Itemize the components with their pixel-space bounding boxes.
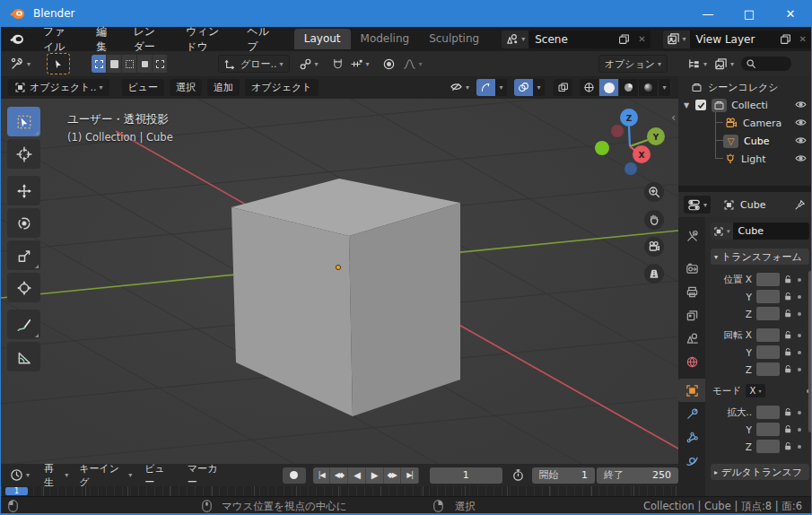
animate-dot[interactable] bbox=[798, 445, 801, 449]
viewport-3d[interactable]: ユーザー・透視投影 (1) Collection | Cube Z Y X bbox=[1, 99, 678, 464]
scene-name-field[interactable]: Scene bbox=[528, 31, 615, 48]
tab-scene[interactable] bbox=[678, 327, 705, 350]
proportional-editing-toggle[interactable] bbox=[382, 57, 396, 71]
tool-annotate-button[interactable] bbox=[7, 310, 40, 339]
properties-scrollbar[interactable] bbox=[808, 271, 812, 432]
tab-physics[interactable] bbox=[678, 449, 705, 472]
scale-y-field[interactable] bbox=[756, 423, 780, 436]
tab-view-layer[interactable] bbox=[678, 303, 705, 327]
animate-dot[interactable] bbox=[798, 368, 801, 371]
animate-dot[interactable] bbox=[798, 351, 801, 354]
eye-icon[interactable] bbox=[795, 118, 807, 129]
eye-icon[interactable] bbox=[795, 135, 807, 147]
collection-checkbox[interactable] bbox=[695, 100, 706, 110]
light-row[interactable]: Light bbox=[678, 150, 812, 168]
location-z-field[interactable] bbox=[756, 307, 780, 320]
shading-material-button[interactable] bbox=[619, 79, 639, 96]
frame-end-field[interactable]: 終了250 bbox=[597, 467, 678, 484]
gizmos-dropdown[interactable]: ▾ bbox=[495, 79, 507, 96]
scene-unlink-button[interactable]: ✕ bbox=[633, 31, 650, 48]
select-mode-set[interactable] bbox=[92, 55, 107, 73]
close-button[interactable]: ✕ bbox=[770, 0, 811, 27]
scale-z-field[interactable] bbox=[756, 440, 780, 453]
collection-row[interactable]: ▼ Collecti bbox=[678, 96, 812, 114]
animate-dot[interactable] bbox=[798, 428, 801, 432]
scene-browse-button[interactable]: ▾ bbox=[502, 31, 528, 48]
eye-icon[interactable] bbox=[795, 100, 807, 111]
shading-rendered-button[interactable] bbox=[639, 79, 659, 96]
keying-menu[interactable]: キーイング▾ bbox=[79, 462, 132, 489]
select-mode-invert[interactable] bbox=[137, 55, 153, 73]
view-layer-browse-button[interactable]: ▾ bbox=[663, 31, 690, 48]
lock-icon[interactable] bbox=[783, 424, 793, 434]
sidebar-collapse-arrow[interactable]: ‹ bbox=[671, 111, 676, 124]
view-layer-name-field[interactable]: View Layer bbox=[690, 31, 776, 48]
current-frame-marker[interactable]: 1 bbox=[5, 487, 28, 495]
overlays-dropdown[interactable]: ▾ bbox=[533, 79, 545, 96]
tab-layout[interactable]: Layout bbox=[294, 29, 351, 49]
tab-render[interactable] bbox=[678, 257, 705, 280]
playback-menu[interactable]: 再生▾ bbox=[44, 462, 68, 489]
use-preview-range-toggle[interactable] bbox=[511, 468, 525, 482]
tool-settings-editor-button[interactable]: ▾ bbox=[10, 57, 31, 71]
location-y-field[interactable] bbox=[756, 290, 780, 303]
scene-new-button[interactable] bbox=[615, 31, 633, 48]
next-keyframe-button[interactable]: ◆▶ bbox=[384, 467, 402, 484]
select-mode-extend[interactable] bbox=[107, 55, 122, 73]
animate-dot[interactable] bbox=[798, 334, 801, 337]
view-layer-new-button[interactable] bbox=[776, 31, 795, 48]
outliner-search-input[interactable] bbox=[741, 57, 791, 71]
snap-with-dropdown[interactable]: ▾ bbox=[350, 57, 370, 71]
tool-select-box-button[interactable] bbox=[7, 107, 40, 136]
animate-dot[interactable] bbox=[798, 312, 801, 316]
pan-view-button[interactable] bbox=[644, 210, 664, 230]
auto-keyframe-record-button[interactable] bbox=[283, 467, 306, 484]
object-name-field[interactable]: Cube bbox=[733, 223, 809, 240]
lock-icon[interactable] bbox=[783, 364, 793, 374]
camera-row[interactable]: Camera bbox=[678, 114, 812, 132]
tool-measure-button[interactable] bbox=[7, 342, 40, 371]
marker-menu[interactable]: マーカー bbox=[188, 462, 225, 489]
select-menu[interactable]: 選択 bbox=[170, 79, 202, 96]
tool-transform-button[interactable] bbox=[7, 273, 40, 302]
show-overlays-toggle[interactable] bbox=[514, 79, 533, 96]
previous-keyframe-button[interactable]: ◀◆ bbox=[330, 467, 348, 484]
tab-object[interactable] bbox=[678, 379, 705, 402]
menu-help[interactable]: ヘルプ bbox=[236, 24, 281, 55]
eye-icon[interactable] bbox=[795, 153, 807, 165]
animate-dot[interactable] bbox=[798, 411, 801, 415]
tab-modeling[interactable]: Modeling bbox=[351, 29, 420, 49]
lock-icon[interactable] bbox=[783, 441, 793, 451]
delta-transform-panel-header[interactable]: ▸ デルタトランスフ bbox=[711, 464, 809, 480]
minimize-button[interactable]: — bbox=[687, 0, 729, 27]
options-dropdown[interactable]: オプション▾ bbox=[598, 55, 668, 73]
tool-cursor-button[interactable] bbox=[7, 139, 40, 169]
object-id-dropdown[interactable]: ▾ bbox=[711, 223, 733, 240]
cube-row[interactable]: ▽ Cube bbox=[678, 132, 812, 150]
view-menu[interactable]: ビュー bbox=[122, 79, 165, 96]
camera-view-button[interactable] bbox=[644, 237, 664, 257]
lock-icon[interactable] bbox=[783, 330, 793, 340]
tab-output[interactable] bbox=[678, 280, 705, 303]
shading-solid-button[interactable] bbox=[599, 79, 619, 96]
tab-modifiers[interactable] bbox=[678, 402, 705, 425]
frame-start-field[interactable]: 開始1 bbox=[532, 467, 595, 484]
scene-collection-row[interactable]: シーンコレクシ bbox=[678, 78, 812, 96]
tab-sculpting[interactable]: Sculpting bbox=[419, 29, 489, 49]
lock-icon[interactable] bbox=[783, 275, 793, 284]
disclosure-triangle-icon[interactable]: ▼ bbox=[684, 101, 689, 109]
location-x-field[interactable] bbox=[756, 273, 780, 286]
animate-dot[interactable] bbox=[798, 295, 801, 299]
transform-panel-header[interactable]: ▾ トランスフォーム bbox=[711, 249, 809, 265]
perspective-toggle-button[interactable] bbox=[644, 264, 664, 284]
zoom-view-button[interactable] bbox=[644, 182, 664, 202]
pin-icon[interactable] bbox=[794, 199, 806, 211]
properties-editor-button[interactable]: ▾ bbox=[684, 196, 711, 214]
visibility-dropdown[interactable]: ▾ bbox=[450, 82, 469, 93]
menu-file[interactable]: ファイル bbox=[32, 24, 85, 55]
editor-divider[interactable] bbox=[678, 186, 812, 192]
active-tool-select-box[interactable] bbox=[47, 53, 70, 74]
select-mode-intersect[interactable] bbox=[153, 55, 168, 73]
pivot-point-dropdown[interactable]: ▾ bbox=[299, 57, 319, 71]
tab-particles[interactable] bbox=[678, 425, 705, 449]
